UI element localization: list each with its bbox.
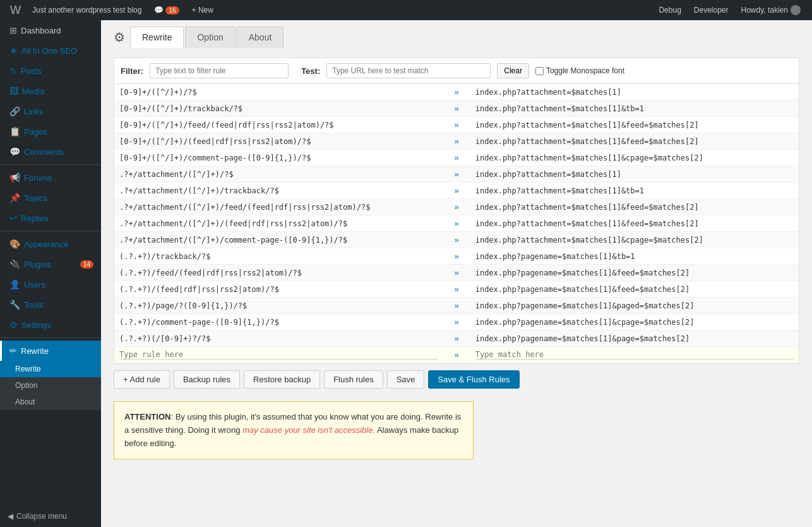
- plugins-icon: 🔌: [9, 259, 20, 269]
- replies-icon: ↩: [9, 213, 17, 223]
- filter-row: Filter: Test: Clear Toggle Monospace fon…: [114, 58, 799, 83]
- arrow-cell: »: [443, 248, 470, 265]
- comments-icon: 💬: [9, 147, 20, 157]
- main-content: ⚙ Rewrite Option About Filter: Test: Cle…: [101, 20, 812, 527]
- developer-link[interactable]: Developer: [688, 0, 735, 20]
- new-match-input[interactable]: [475, 350, 794, 360]
- sidebar-item-forums[interactable]: 📢 Forums: [0, 167, 101, 188]
- sidebar-item-label: Media: [22, 87, 44, 96]
- table-row: (.?.+?)/feed/(feed|rdf|rss|rss2|atom)/?$…: [114, 265, 799, 281]
- submenu-item-option[interactable]: Option: [0, 377, 101, 394]
- backup-rules-button[interactable]: Backup rules: [174, 370, 240, 389]
- rule-cell: (.?.+?)/trackback/?$: [114, 248, 443, 265]
- filter-input[interactable]: [150, 63, 289, 78]
- wp-logo-icon[interactable]: W: [5, 4, 26, 17]
- new-rule-row: »: [114, 347, 799, 363]
- match-cell: index.php?attachment=$matches[1]&feed=$m…: [470, 117, 799, 133]
- add-rule-button[interactable]: + Add rule: [114, 370, 170, 389]
- arrow-cell: »: [443, 265, 470, 281]
- match-cell: index.php?attachment=$matches[1]&cpage=$…: [470, 232, 799, 248]
- table-row: .?+/attachment/([^/]+)/?$ » index.php?at…: [114, 166, 799, 183]
- rule-cell: [0-9]+/([^/]+)/(feed|rdf|rss|rss2|atom)/…: [114, 133, 443, 150]
- rewrite-submenu: Rewrite Option About: [0, 361, 101, 410]
- sidebar-item-rewrite[interactable]: ✏ Rewrite: [0, 341, 101, 361]
- sidebar-item-replies[interactable]: ↩ Replies: [0, 208, 101, 228]
- sidebar-item-comments[interactable]: 💬 Comments: [0, 142, 101, 162]
- plugins-badge: 14: [80, 260, 93, 269]
- sidebar-item-settings[interactable]: ⚙ Settings: [0, 315, 101, 335]
- site-name[interactable]: Just another wordpress test blog: [26, 0, 148, 20]
- sidebar-item-dashboard[interactable]: ⊞ Dashboard: [0, 20, 101, 40]
- comments-link[interactable]: 💬 16: [148, 0, 185, 20]
- tab-about[interactable]: About: [237, 27, 284, 48]
- flush-rules-button[interactable]: Flush rules: [324, 370, 383, 389]
- new-match-input-cell[interactable]: [470, 347, 799, 363]
- new-rule-input[interactable]: [119, 350, 438, 360]
- sidebar-item-tools[interactable]: 🔧 Tools: [0, 294, 101, 315]
- sidebar-item-label: Rewrite: [21, 346, 49, 356]
- arrow-cell: »: [443, 150, 470, 166]
- match-cell: index.php?attachment=$matches[1]: [470, 166, 799, 183]
- sidebar-item-users[interactable]: 👤 Users: [0, 274, 101, 294]
- howdy-user[interactable]: Howdy, takien: [735, 0, 807, 20]
- tab-rewrite[interactable]: Rewrite: [130, 27, 184, 48]
- new-content-button[interactable]: + New: [186, 0, 220, 20]
- rule-cell: .?+/attachment/([^/]+)/trackback/?$: [114, 183, 443, 199]
- save-button[interactable]: Save: [387, 370, 425, 389]
- match-cell: index.php?attachment=$matches[1]&feed=$m…: [470, 215, 799, 232]
- rule-cell: (.?.+?)/(feed|rdf|rss|rss2|atom)/?$: [114, 281, 443, 298]
- arrow-cell: »: [443, 215, 470, 232]
- topics-icon: 📌: [9, 193, 20, 203]
- links-icon: 🔗: [9, 106, 20, 116]
- table-row: .?+/attachment/([^/]+)/trackback/?$ » in…: [114, 183, 799, 199]
- sidebar-item-all-in-one-seo[interactable]: ★ All In One SEO: [0, 40, 101, 61]
- sidebar-item-pages[interactable]: 📋 Pages: [0, 121, 101, 142]
- new-rule-input-cell[interactable]: [114, 347, 443, 363]
- posts-icon: ✎: [9, 66, 17, 76]
- filter-label: Filter:: [121, 66, 143, 76]
- restore-backup-button[interactable]: Restore backup: [244, 370, 320, 389]
- sidebar-item-label: Appearance: [24, 239, 68, 249]
- rule-cell: [0-9]+/([^/]+)/trackback/?$: [114, 100, 443, 117]
- attention-highlight: may cause your site isn't accessible.: [242, 425, 375, 435]
- table-row: (.?.+?)/trackback/?$ » index.php?pagenam…: [114, 248, 799, 265]
- table-row: [0-9]+/([^/]+)/(feed|rdf|rss|rss2|atom)/…: [114, 133, 799, 150]
- arrow-cell: »: [443, 298, 470, 314]
- sidebar-item-plugins[interactable]: 🔌 Plugins 14: [0, 254, 101, 274]
- sidebar-item-label: Pages: [24, 127, 47, 136]
- sidebar-item-appearance[interactable]: 🎨 Appearance: [0, 234, 101, 254]
- sidebar-item-media[interactable]: 🖼 Media: [0, 81, 101, 101]
- tab-option[interactable]: Option: [185, 27, 235, 48]
- match-cell: index.php?pagename=$matches[1]&cpage=$ma…: [470, 314, 799, 330]
- clear-button[interactable]: Clear: [497, 63, 529, 78]
- collapse-menu-button[interactable]: ◀ Collapse menu: [0, 506, 101, 527]
- test-label: Test:: [301, 66, 320, 76]
- table-row: (.?.+?)/(feed|rdf|rss|rss2|atom)/?$ » in…: [114, 281, 799, 298]
- sidebar-item-label: Plugins: [24, 260, 51, 269]
- forums-icon: 📢: [9, 173, 20, 183]
- appearance-icon: 🎨: [9, 239, 20, 249]
- sidebar-item-label: Settings: [21, 320, 51, 330]
- rules-scroll[interactable]: [0-9]+/([^/]+)/?$ » index.php?attachment…: [114, 84, 799, 363]
- sidebar-item-topics[interactable]: 📌 Topics: [0, 188, 101, 208]
- save-flush-button[interactable]: Save & Flush Rules: [428, 370, 519, 389]
- monospace-checkbox[interactable]: [535, 67, 544, 75]
- match-cell: index.php?attachment=$matches[1]&feed=$m…: [470, 133, 799, 150]
- debug-link[interactable]: Debug: [652, 0, 687, 20]
- adminbar-right: Debug Developer Howdy, takien: [652, 0, 807, 20]
- submenu-label: Option: [15, 381, 37, 390]
- test-input[interactable]: [326, 63, 491, 78]
- rule-cell: .?+/attachment/([^/]+)/comment-page-([0-…: [114, 232, 443, 248]
- attention-box: ATTENTION: By using this plugin, it's as…: [114, 401, 474, 459]
- rule-cell: (.?.+?)(/[0-9]+)?/?$: [114, 330, 443, 347]
- rule-cell: [0-9]+/([^/]+)/?$: [114, 84, 443, 100]
- sidebar-item-links[interactable]: 🔗 Links: [0, 101, 101, 121]
- submenu-item-about[interactable]: About: [0, 394, 101, 410]
- sidebar-item-label: Comments: [24, 147, 64, 157]
- user-avatar: [791, 5, 801, 15]
- table-row: (.?.+?)(/[0-9]+)?/?$ » index.php?pagenam…: [114, 330, 799, 347]
- sidebar-item-posts[interactable]: ✎ Posts: [0, 61, 101, 81]
- sidebar-item-label: Posts: [21, 66, 42, 76]
- submenu-item-rewrite[interactable]: Rewrite: [0, 361, 101, 377]
- monospace-toggle-label[interactable]: Toggle Monospace font: [535, 66, 624, 75]
